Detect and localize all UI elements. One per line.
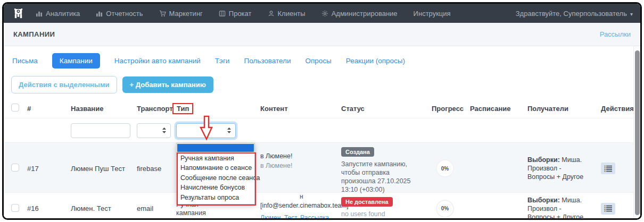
col-header-num: # (27, 105, 71, 113)
type-header-annotation-box: Тип (172, 103, 193, 114)
dropdown-option-survey-results[interactable]: Результаты опроса (177, 193, 254, 203)
nav-label: Прокат (229, 10, 252, 18)
nav-administration[interactable]: Администрирование (321, 10, 398, 18)
type-dropdown-panel: Ручная кампания Напоминание о сеансе Соо… (176, 143, 255, 205)
actions-button[interactable] (601, 163, 615, 174)
nav-clients[interactable]: Клиенты (268, 10, 306, 18)
nav-label: Отчетность (106, 10, 143, 18)
logo-icon (12, 7, 24, 20)
cell-status: Создана Запустите кампанию, чтобы отправ… (341, 143, 432, 194)
table-row: #16 Люмен. Тест email Ручная кампания н … (4, 192, 633, 220)
nav-label: Инструкция (414, 10, 451, 18)
cell-content: н [info@sender.cinemabox.team] Люмен. Те… (260, 193, 341, 220)
page-title: КАМПАНИИ (13, 30, 55, 38)
bar-chart-icon (96, 10, 103, 17)
cell-content: в Люмене! в Люмене! (260, 143, 341, 170)
user-greeting: Здравствуйте, Суперпользователь (516, 10, 627, 18)
nav-label: Администрирование (332, 10, 398, 18)
nav-menu: Аналитика Отчетность Маркетинг Прокат Кл… (36, 10, 516, 18)
tab-users[interactable]: Пользователи (244, 57, 291, 65)
tab-auto-campaign-settings[interactable]: Настройки авто кампаний (114, 57, 201, 65)
select-all-checkbox[interactable] (11, 104, 19, 112)
nav-reports[interactable]: Отчетность (96, 10, 143, 18)
app-logo[interactable] (11, 6, 25, 20)
col-header-recipients: Получатели (527, 105, 601, 113)
filter-row: Ручная кампания Напоминание о сеансе Соо… (4, 118, 633, 142)
table-row: #17 Люмен Пуш Тест firebase в Люмене! в … (4, 142, 633, 192)
col-header-schedule: Расписание (470, 105, 527, 113)
cell-num: #17 (27, 165, 71, 173)
actions-button[interactable] (601, 203, 615, 215)
cell-name: Люмен Пуш Тест (71, 165, 137, 173)
dropdown-option-after-session[interactable]: Сообщение после сеанса (177, 173, 254, 183)
tab-campaigns[interactable]: Кампании (52, 53, 100, 69)
cell-name: Люмен. Тест (71, 204, 137, 212)
content-mailing-link[interactable]: Люмен. Тест. Рассылка. (260, 214, 331, 220)
cell-progress: 0% (432, 159, 470, 177)
gear-icon (321, 10, 328, 17)
cell-progress: 0% (432, 200, 470, 218)
tab-reactions[interactable]: Реакции (опросы) (346, 57, 405, 65)
app-window: Аналитика Отчетность Маркетинг Прокат Кл… (2, 2, 642, 220)
col-header-content: Контент (260, 105, 341, 113)
nav-label: Аналитика (46, 10, 80, 18)
tab-tags[interactable]: Тэги (215, 57, 230, 65)
transport-filter-select[interactable] (137, 123, 171, 138)
col-header-name: Название (71, 105, 137, 113)
status-text: Запустите кампанию, чтобы отправка произ… (341, 160, 416, 194)
col-header-type: Тип (176, 105, 260, 113)
progress-circle: 0% (436, 159, 454, 177)
page-header: КАМПАНИИ Рассылки (4, 23, 640, 46)
cell-transport: email (137, 204, 176, 212)
toolbar: Действия с выделенными + Добавить кампан… (4, 74, 633, 99)
col-header-status: Статус (341, 105, 432, 113)
tab-letters[interactable]: Письма (12, 57, 38, 65)
add-campaign-button[interactable]: + Добавить кампанию (122, 76, 213, 93)
cell-actions (601, 163, 633, 174)
user-menu[interactable]: Здравствуйте, Суперпользователь ▾ (516, 10, 633, 18)
cart-icon (159, 10, 166, 17)
nav-rental[interactable]: Прокат (219, 10, 252, 18)
main-content: Письма Кампании Настройки авто кампаний … (4, 46, 633, 220)
dropdown-option-bonus[interactable]: Начисление бонусов (177, 183, 254, 193)
tabs-bar: Письма Кампании Настройки авто кампаний … (4, 46, 633, 74)
status-text: no users found (341, 210, 416, 218)
scrollbar-thumb[interactable] (635, 50, 640, 215)
cell-status: Не доставлена no users found (341, 193, 432, 218)
list-icon (604, 165, 612, 172)
nav-label: Клиенты (278, 10, 306, 18)
col-header-actions: Действия (601, 105, 633, 113)
content-sender: [info@sender.cinemabox.team] (260, 202, 337, 210)
dropdown-option-session-reminder[interactable]: Напоминание о сеансе (177, 163, 254, 173)
person-icon (268, 10, 275, 17)
annotation-arrow-icon (200, 115, 213, 141)
select-arrows-icon (162, 127, 167, 134)
chevron-down-icon: ▾ (630, 11, 633, 17)
nav-label: Маркетинг (169, 10, 203, 18)
status-badge: Создана (341, 147, 374, 157)
cell-actions (601, 203, 633, 215)
nav-instruction[interactable]: Инструкция (414, 10, 451, 18)
name-filter-input[interactable] (71, 123, 130, 138)
progress-circle: 0% (436, 200, 454, 218)
nav-analytics[interactable]: Аналитика (36, 10, 80, 18)
bulk-actions-button[interactable]: Действия с выделенными (11, 76, 117, 93)
dropdown-options: Ручная кампания Напоминание о сеансе Соо… (177, 152, 254, 204)
list-icon (604, 205, 612, 212)
link-rassylki[interactable]: Рассылки (600, 30, 631, 38)
row-checkbox[interactable] (11, 204, 19, 212)
tab-surveys[interactable]: Опросы (306, 57, 332, 65)
scrollbar (633, 46, 640, 218)
dropdown-selected-blank-option[interactable] (177, 144, 254, 152)
cell-recipients: Выборки: Миша. Произвол - Вопросы + Друг… (527, 196, 601, 220)
cell-transport: firebase (137, 165, 176, 173)
row-checkbox[interactable] (11, 164, 19, 172)
grid-icon (219, 10, 226, 17)
nav-marketing[interactable]: Маркетинг (159, 10, 203, 18)
content-line: в Люмене! (260, 151, 337, 161)
content-line-muted: в Люмене! (260, 161, 337, 170)
col-header-progress: Прогресс (432, 105, 470, 113)
col-header-transport: Транспорт (137, 105, 176, 113)
dropdown-option-manual[interactable]: Ручная кампания (177, 153, 254, 164)
select-arrows-icon (227, 127, 232, 134)
